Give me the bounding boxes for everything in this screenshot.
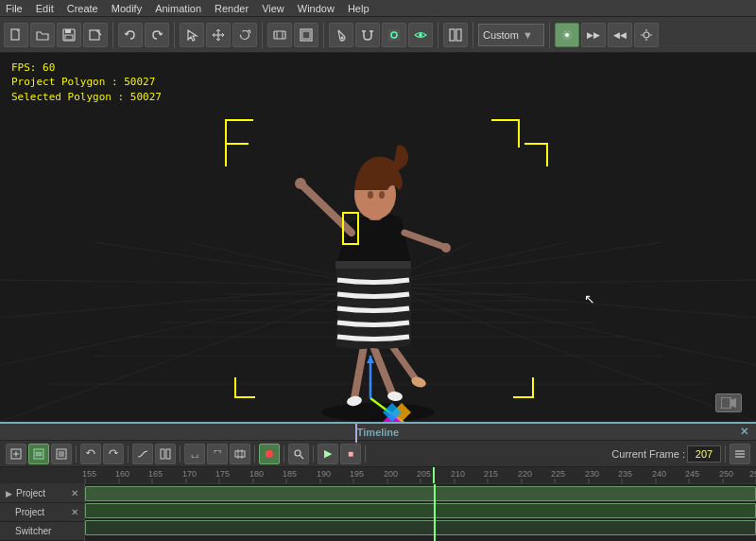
svg-rect-20 <box>450 29 455 41</box>
svg-marker-72 <box>367 356 374 363</box>
track-bar-3[interactable] <box>85 520 756 535</box>
sep7 <box>549 22 550 48</box>
svg-text:235: 235 <box>618 469 632 479</box>
svg-text:220: 220 <box>518 469 532 479</box>
svg-rect-9 <box>274 31 285 39</box>
magnet-button[interactable] <box>355 23 380 47</box>
svg-text:160: 160 <box>115 469 129 479</box>
svg-rect-82 <box>36 452 42 456</box>
video-icon[interactable] <box>715 393 742 412</box>
anim-options-btn[interactable] <box>730 444 750 464</box>
svg-text:230: 230 <box>585 469 599 479</box>
svg-text:240: 240 <box>652 469 666 479</box>
open-button[interactable] <box>30 23 55 47</box>
svg-text:165: 165 <box>148 469 163 479</box>
menu-modify[interactable]: Modify <box>110 3 144 14</box>
menu-file[interactable]: File <box>4 3 25 14</box>
anim-sep2 <box>128 445 129 462</box>
render-btn[interactable] <box>382 23 406 47</box>
character-figure <box>189 100 567 422</box>
svg-point-24 <box>644 32 649 38</box>
track-content-area[interactable] <box>85 484 756 541</box>
track-project-close-icon[interactable]: ✕ <box>71 507 78 517</box>
svg-text:225: 225 <box>551 469 565 479</box>
svg-line-52 <box>354 346 364 398</box>
anim-zoom-btn[interactable] <box>288 444 309 464</box>
track-label-project: Project ✕ <box>0 503 84 522</box>
track-switcher-label: Switcher <box>15 526 51 536</box>
svg-text:195: 195 <box>350 469 364 479</box>
anim-settings-btn[interactable] <box>51 444 72 464</box>
paint-button[interactable] <box>329 23 353 47</box>
sep3 <box>262 22 263 48</box>
svg-text:180: 180 <box>249 469 264 479</box>
svg-rect-58 <box>335 261 411 269</box>
track-bar-2[interactable] <box>85 503 756 518</box>
svg-point-65 <box>368 191 373 199</box>
rotate-button[interactable] <box>232 23 257 47</box>
workspace-dropdown[interactable]: Custom ▼ <box>478 24 544 46</box>
anim-clip-btn[interactable] <box>230 444 250 464</box>
track-close-icon[interactable]: ✕ <box>71 488 78 498</box>
chevron-right-btn[interactable]: ▶▶ <box>581 23 606 47</box>
svg-point-93 <box>295 450 301 456</box>
move-button[interactable] <box>206 23 231 47</box>
redo-button[interactable] <box>145 23 169 47</box>
main-toolbar: Custom ▼ ▶▶ ◀◀ <box>0 17 756 53</box>
import-button[interactable] <box>83 23 108 47</box>
svg-text:210: 210 <box>451 469 465 479</box>
green-btn-1[interactable] <box>555 23 579 47</box>
undo-button[interactable] <box>118 23 143 47</box>
svg-text:170: 170 <box>182 469 197 479</box>
timeline-close-button[interactable]: ✕ <box>740 426 748 438</box>
ruler-svg: 155 160 165 170 175 180 185 190 195 200 … <box>0 467 756 484</box>
anim-sep8 <box>725 445 726 462</box>
chevron-left-btn[interactable]: ◀◀ <box>608 23 632 47</box>
anim-curve-btn[interactable] <box>132 444 153 464</box>
settings-btn[interactable] <box>634 23 659 47</box>
sep2 <box>174 22 175 48</box>
menu-window[interactable]: Window <box>296 3 336 14</box>
current-frame-input[interactable] <box>687 445 721 462</box>
anim-undo-btn[interactable] <box>80 444 101 464</box>
anim-bracket-btn[interactable]: ⌜⌝ <box>207 444 228 464</box>
stop-button[interactable]: ■ <box>340 444 361 464</box>
loop-button[interactable] <box>267 23 292 47</box>
svg-line-53 <box>373 346 392 393</box>
svg-rect-3 <box>65 35 73 40</box>
anim-layout-btn[interactable] <box>155 444 176 464</box>
svg-text:205: 205 <box>417 469 431 479</box>
track-bar-1[interactable] <box>85 486 756 501</box>
hip-handle <box>342 212 359 245</box>
svg-text:245: 245 <box>685 469 699 479</box>
anim-new-btn[interactable] <box>6 444 26 464</box>
svg-rect-17 <box>388 29 400 41</box>
anim-keyframe-btn[interactable] <box>28 444 49 464</box>
menu-animation[interactable]: Animation <box>153 3 203 14</box>
save-button[interactable] <box>57 23 81 47</box>
anim-redo-btn[interactable] <box>103 444 124 464</box>
viewport[interactable]: FPS: 60 Project Polygon : 50027 Selected… <box>0 53 756 422</box>
expand-arrow-icon[interactable]: ▶ <box>6 489 12 498</box>
menu-create[interactable]: Create <box>65 3 100 14</box>
select-button[interactable] <box>180 23 204 47</box>
layout-button[interactable] <box>443 23 468 47</box>
menu-render[interactable]: Render <box>213 3 250 14</box>
track-label-panel: ▶ Project ✕ Project ✕ Switcher <box>0 484 85 541</box>
menu-help[interactable]: Help <box>346 3 371 14</box>
anim-record-btn[interactable] <box>259 444 280 464</box>
menu-bar: File Edit Create Modify Animation Render… <box>0 0 756 17</box>
eye-button[interactable] <box>408 23 433 47</box>
svg-text:175: 175 <box>215 469 230 479</box>
menu-edit[interactable]: Edit <box>34 3 56 14</box>
svg-point-19 <box>419 33 422 37</box>
anim-insert-btn[interactable]: ⌞⌟ <box>184 444 205 464</box>
new-button[interactable] <box>4 23 28 47</box>
anim-sep5 <box>284 445 284 462</box>
svg-text:255: 255 <box>749 469 756 479</box>
play-button[interactable]: ▶ <box>318 444 338 464</box>
anim-sep4 <box>254 445 255 462</box>
frame-button[interactable] <box>294 23 318 47</box>
menu-view[interactable]: View <box>260 3 286 14</box>
svg-text:250: 250 <box>719 469 733 479</box>
